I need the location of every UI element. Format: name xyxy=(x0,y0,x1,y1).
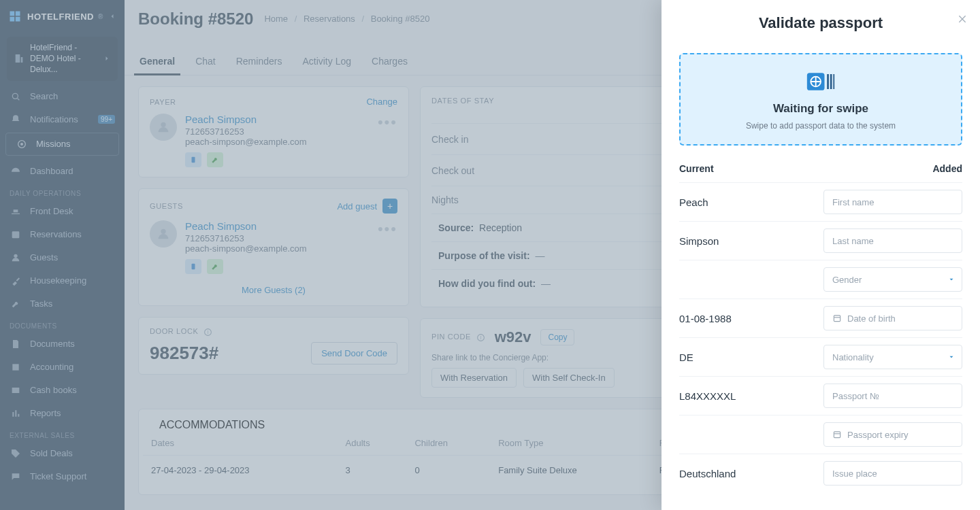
svg-rect-16 xyxy=(827,74,829,89)
th-current: Current xyxy=(679,163,714,174)
nationality-select[interactable]: Nationality xyxy=(823,345,962,369)
calendar-icon xyxy=(832,430,842,439)
validate-passport-panel: Validate passport Waiting for swipe Swip… xyxy=(662,0,980,510)
swipe-banner: Waiting for swipe Swipe to add passport … xyxy=(679,53,962,146)
panel-header: Validate passport xyxy=(662,0,980,46)
svg-rect-19 xyxy=(834,316,840,322)
form-header: Current Added xyxy=(679,156,962,183)
calendar-icon xyxy=(832,313,842,323)
svg-rect-20 xyxy=(834,432,840,438)
last-name-input[interactable] xyxy=(823,228,962,253)
current-last-name: Simpson xyxy=(679,235,808,247)
swipe-title: Waiting for swipe xyxy=(773,102,868,116)
passport-form: Current Added Peach Simpson Gender 01-08… xyxy=(679,156,962,492)
current-passport: L84XXXXXL xyxy=(679,390,808,402)
current-dob: 01-08-1988 xyxy=(679,313,808,324)
close-icon[interactable] xyxy=(957,14,968,24)
first-name-input[interactable] xyxy=(823,190,962,214)
panel-title: Validate passport xyxy=(759,14,883,32)
nationality-placeholder: Nationality xyxy=(832,352,874,362)
passport-expiry-input[interactable]: Passport expiry xyxy=(823,422,962,447)
passport-number-input[interactable] xyxy=(823,384,962,408)
dob-input[interactable]: Date of birth xyxy=(823,306,962,330)
current-issue-place: Deutschland xyxy=(679,468,808,479)
chevron-down-icon xyxy=(948,354,955,360)
current-nationality: DE xyxy=(679,352,808,363)
svg-rect-17 xyxy=(830,74,832,89)
th-added: Added xyxy=(932,163,962,174)
dob-placeholder: Date of birth xyxy=(847,313,896,324)
swipe-subtitle: Swipe to add passport data to the system xyxy=(746,121,896,131)
issue-place-input[interactable] xyxy=(823,461,962,486)
current-first-name: Peach xyxy=(679,197,808,208)
gender-select[interactable]: Gender xyxy=(823,267,962,292)
expiry-placeholder: Passport expiry xyxy=(847,430,909,440)
gender-placeholder: Gender xyxy=(832,275,862,285)
chevron-down-icon xyxy=(948,276,955,283)
passport-scan-icon xyxy=(806,67,836,97)
svg-rect-18 xyxy=(833,74,834,89)
